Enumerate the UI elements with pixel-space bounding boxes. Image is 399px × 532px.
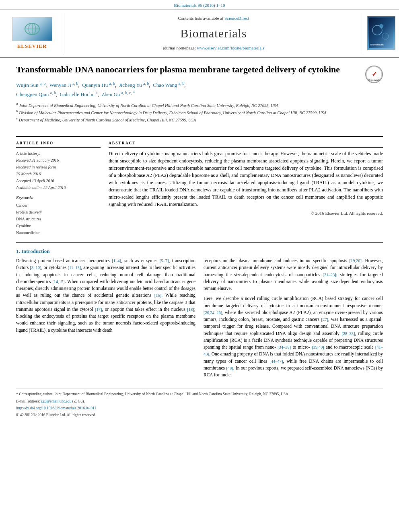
author-7: Gabrielle Hochu (60, 91, 95, 97)
elsevier-text: ELSEVIER (12, 43, 52, 50)
elsevier-logo: ELSEVIER (12, 17, 52, 50)
affiliation-b: b Division of Molecular Pharmaceutics an… (16, 109, 361, 116)
intro-para-1: Delivering protein based anticancer ther… (16, 257, 195, 334)
svg-text:Biomaterials: Biomaterials (370, 43, 384, 46)
revised-label: Received in revised form (16, 164, 101, 170)
affiliation-c: c Department of Medicine, University of … (16, 116, 361, 123)
intro-para-2: receptors on the plasma membrane and ind… (204, 257, 383, 292)
section-number-title: 1. Introduction (16, 248, 383, 255)
elsevier-logo-section: ELSEVIER (0, 13, 64, 53)
contents-available-text: Contents lists available at ScienceDirec… (178, 15, 249, 21)
article-footer: * Corresponding author. Joint Department… (16, 388, 383, 418)
section-number: 1. (16, 248, 20, 254)
keyword-nano: Nanomedicine (16, 229, 101, 236)
article-history: Article history: Received 31 January 201… (16, 150, 101, 191)
article-info-col: ARTICLE INFO Article history: Received 3… (16, 141, 101, 236)
affiliations: a Joint Department of Biomedical Enginee… (16, 101, 361, 123)
history-label: Article history: (16, 150, 101, 157)
introduction-section: 1. Introduction Delivering protein based… (16, 242, 383, 382)
title-divider (16, 136, 383, 137)
journal-thumbnail: Biomaterials (363, 13, 399, 53)
journal-header: ELSEVIER Contents lists available at Sci… (0, 10, 399, 58)
received-date: Received 31 January 2016 (16, 157, 101, 164)
email-line: E-mail address: zgu@email.unc.edu (Z. Gu… (16, 399, 383, 404)
available-date: Available online 22 April 2016 (16, 184, 101, 191)
article-title-section: Transformable DNA nanocarriers for plasm… (16, 64, 383, 131)
crossmark-badge[interactable]: ✓ CrossMark (365, 66, 383, 83)
email-address[interactable]: zgu@email.unc.edu (41, 399, 72, 403)
doi-line: http://dx.doi.org/10.1016/j.biomaterials… (16, 406, 383, 411)
author-5: Chao Wang (153, 82, 177, 88)
info-abstract-section: ARTICLE INFO Article history: Received 3… (16, 141, 383, 236)
revised-date: 29 March 2016 (16, 170, 101, 177)
svg-text:✓: ✓ (372, 71, 377, 78)
homepage-url[interactable]: www.elsevier.com/locate/biomaterials (197, 45, 265, 50)
author-3: Quanyin Hu (82, 82, 108, 88)
article-info-header: ARTICLE INFO (16, 141, 101, 148)
author-2: Wenyan Ji (49, 82, 71, 88)
article-title-block: Transformable DNA nanocarriers for plasm… (16, 64, 361, 128)
elsevier-logo-image (12, 17, 52, 41)
journal-name: Biomaterials (180, 25, 247, 42)
biomaterials-cover-image: Biomaterials (367, 16, 395, 50)
journal-homepage: journal homepage: www.elsevier.com/locat… (163, 45, 265, 51)
doi-url[interactable]: http://dx.doi.org/10.1016/j.biomaterials… (16, 406, 96, 410)
accepted-date: Accepted 13 April 2016 (16, 177, 101, 184)
svg-text:CrossMark: CrossMark (368, 79, 380, 82)
keyword-protein: Protein delivery (16, 209, 101, 216)
article-title: Transformable DNA nanocarriers for plasm… (16, 64, 361, 76)
journal-citation: Biomaterials 96 (2016) 1–10 (174, 3, 225, 8)
sciencedirect-link[interactable]: ScienceDirect (224, 16, 249, 21)
keyword-cytokine: Cytokine (16, 222, 101, 229)
issn-line: 0142-9612/© 2016 Elsevier Ltd. All right… (16, 413, 383, 418)
journal-header-center: Contents lists available at ScienceDirec… (64, 13, 363, 53)
journal-citation-bar: Biomaterials 96 (2016) 1–10 (0, 0, 399, 10)
author-8: Zhen Gu (101, 91, 120, 97)
abstract-text: Direct delivery of cytokines using nanoc… (109, 150, 383, 208)
author-6: Chenggen Qian (16, 91, 49, 97)
author-1: Wujin Sun (16, 82, 38, 88)
section-title: Introduction (21, 248, 50, 254)
intro-para-3: Here, we describe a novel rolling circle… (204, 295, 383, 378)
keywords-section: Keywords: Cancer Protein delivery DNA st… (16, 195, 101, 236)
article-content: Transformable DNA nanocarriers for plasm… (0, 58, 399, 426)
intro-left-col: Delivering protein based anticancer ther… (16, 257, 195, 382)
copyright-line: © 2016 Elsevier Ltd. All rights reserved… (109, 210, 383, 216)
svg-point-8 (379, 24, 383, 28)
abstract-header: ABSTRACT (109, 141, 383, 148)
keyword-cancer: Cancer (16, 202, 101, 209)
keywords-label: Keywords: (16, 195, 101, 201)
crossmark-icon: ✓ CrossMark (365, 66, 383, 83)
intro-body: Delivering protein based anticancer ther… (16, 257, 383, 382)
keyword-dna: DNA structures (16, 216, 101, 222)
affiliation-a: a Joint Department of Biomedical Enginee… (16, 101, 361, 109)
email-label: E-mail address: (16, 399, 40, 403)
intro-right-col: receptors on the plasma membrane and ind… (204, 257, 383, 382)
corresponding-note: * Corresponding author. Joint Department… (16, 392, 383, 397)
abstract-col: ABSTRACT Direct delivery of cytokines us… (109, 141, 383, 236)
email-suffix: (Z. Gu). (72, 399, 85, 403)
author-4: Jicheng Yu (119, 82, 142, 88)
authors-line: Wujin Sun a, b, Wenyan Ji a, b, Quanyin … (16, 80, 361, 99)
